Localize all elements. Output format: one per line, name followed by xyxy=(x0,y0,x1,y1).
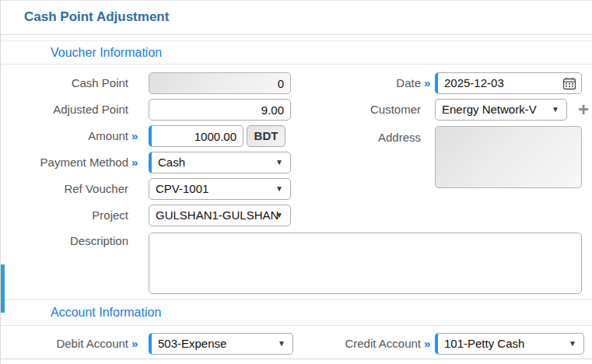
address-label: Address xyxy=(265,127,421,149)
customer-select[interactable]: Energy Network-V ▼ xyxy=(435,99,567,121)
header-divider xyxy=(1,34,592,41)
add-customer-button[interactable]: + xyxy=(575,99,592,121)
chevron-down-icon: ▼ xyxy=(275,159,283,166)
chevron-down-icon: ▼ xyxy=(569,340,576,348)
cash-point-label: Cash Point xyxy=(1,72,128,94)
payment-method-label: Payment Method xyxy=(1,152,128,173)
amount-input[interactable] xyxy=(149,125,243,147)
date-value: 2025-12-03 xyxy=(444,73,504,93)
page-title: Cash Point Adjustment xyxy=(24,9,169,25)
page-header: Cash Point Adjustment xyxy=(1,0,592,35)
payment-method-select[interactable]: Cash ▼ xyxy=(149,152,291,173)
project-value: GULSHAN1-GULSHAN xyxy=(156,205,289,226)
voucher-section-title: Voucher Information xyxy=(51,46,162,60)
credit-account-value: 101-Petty Cash xyxy=(444,334,583,354)
amount-label: Amount xyxy=(1,125,128,147)
credit-account-select[interactable]: 101-Petty Cash ▼ xyxy=(435,333,584,355)
account-section-header: Account Information xyxy=(1,299,592,326)
address-textarea xyxy=(435,126,582,188)
adjusted-point-label: Adjusted Point xyxy=(1,99,128,121)
ref-voucher-value: CPV-1001 xyxy=(156,179,289,199)
description-label: Description xyxy=(1,230,128,252)
date-input[interactable]: 2025-12-03 xyxy=(435,72,582,94)
cash-point-adjustment-form: Cash Point Adjustment Voucher Informatio… xyxy=(0,0,592,364)
customer-value: Energy Network-V xyxy=(442,100,566,120)
customer-label: Customer xyxy=(265,99,421,121)
payment-method-value: Cash xyxy=(158,152,289,173)
bottom-divider xyxy=(1,359,592,359)
project-label: Project xyxy=(1,205,128,226)
account-section-title: Account Information xyxy=(51,306,161,320)
date-label: Date xyxy=(265,72,421,94)
ref-voucher-select[interactable]: CPV-1001 ▼ xyxy=(149,178,291,200)
ref-voucher-label: Ref Voucher xyxy=(1,178,128,200)
required-marker-icon: » xyxy=(131,333,147,355)
left-accent-strip xyxy=(1,264,5,313)
chevron-down-icon: ▼ xyxy=(275,185,283,193)
description-textarea[interactable] xyxy=(149,233,582,294)
debit-account-label: Debit Account xyxy=(1,333,128,355)
required-marker-icon: » xyxy=(131,125,147,147)
project-select[interactable]: GULSHAN1-GULSHAN ▼ xyxy=(149,205,291,226)
required-marker-icon: » xyxy=(131,152,147,173)
calendar-icon[interactable] xyxy=(562,77,576,90)
chevron-down-icon: ▼ xyxy=(275,212,283,219)
chevron-down-icon: ▼ xyxy=(552,106,559,114)
credit-account-label: Credit Account xyxy=(265,333,421,355)
voucher-section-header: Voucher Information xyxy=(1,41,592,65)
